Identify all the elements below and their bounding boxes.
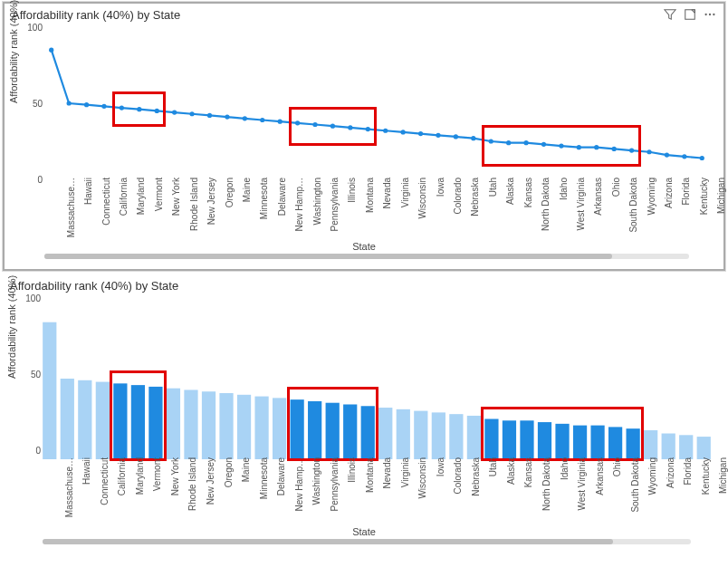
bar[interactable] <box>520 420 533 459</box>
bar[interactable] <box>573 426 587 459</box>
data-point[interactable] <box>418 131 423 136</box>
x-tick: New York <box>171 178 181 216</box>
data-point[interactable] <box>577 145 581 149</box>
x-tick: North Dakota <box>541 178 551 231</box>
data-point[interactable] <box>330 124 335 129</box>
data-point[interactable] <box>225 115 229 120</box>
data-point[interactable] <box>700 156 704 160</box>
x-tick: Pennsylvania <box>330 178 340 231</box>
bar[interactable] <box>184 389 197 459</box>
chart-panel-line: Affordability rank (40%) by State Afford… <box>3 2 725 271</box>
x-tick: Idaho <box>560 457 570 480</box>
x-tick: South Dakota <box>628 178 638 233</box>
data-point[interactable] <box>454 134 458 139</box>
bar[interactable] <box>219 393 233 459</box>
bar[interactable] <box>308 401 321 459</box>
data-point[interactable] <box>243 116 247 120</box>
x-tick: Ohio <box>611 178 621 197</box>
data-point[interactable] <box>207 113 212 118</box>
data-point[interactable] <box>612 147 617 151</box>
data-point[interactable] <box>665 153 669 158</box>
data-point[interactable] <box>559 143 563 148</box>
bar[interactable] <box>449 414 463 459</box>
data-point[interactable] <box>67 101 72 105</box>
data-point[interactable] <box>172 110 177 114</box>
data-point[interactable] <box>401 130 406 134</box>
data-point[interactable] <box>295 120 300 125</box>
bar[interactable] <box>627 428 640 459</box>
filter-icon[interactable] <box>664 8 676 21</box>
x-tick: Arizona <box>664 178 674 208</box>
data-point[interactable] <box>489 139 493 143</box>
x-tick: Kansas <box>523 178 533 207</box>
bar[interactable] <box>397 409 410 459</box>
x-tick: California <box>117 457 127 495</box>
data-point[interactable] <box>120 105 124 110</box>
bar[interactable] <box>538 422 551 459</box>
bar[interactable] <box>113 383 127 459</box>
bar[interactable] <box>608 427 622 459</box>
x-tick: Minnesota <box>259 178 269 219</box>
data-point[interactable] <box>682 154 686 159</box>
bar[interactable] <box>237 395 251 459</box>
horizontal-scrollbar[interactable] <box>43 537 691 546</box>
x-tick: Nevada <box>382 178 392 208</box>
bar[interactable] <box>148 387 162 459</box>
data-point[interactable] <box>189 111 194 116</box>
data-point[interactable] <box>523 140 528 145</box>
data-point[interactable] <box>84 102 89 107</box>
data-point[interactable] <box>541 142 546 147</box>
data-point[interactable] <box>629 148 634 152</box>
chart-header: Affordability rank (40%) by State <box>3 274 725 294</box>
data-point[interactable] <box>366 127 370 131</box>
x-axis-label: State <box>5 241 723 252</box>
horizontal-scrollbar[interactable] <box>44 252 689 261</box>
bar[interactable] <box>432 412 445 459</box>
bar[interactable] <box>484 419 498 460</box>
bar[interactable] <box>590 426 604 459</box>
bar[interactable] <box>555 424 569 459</box>
x-tick: Nebraska <box>470 178 480 216</box>
bar[interactable] <box>361 406 375 459</box>
data-point[interactable] <box>436 133 440 138</box>
bar[interactable] <box>326 403 340 459</box>
data-point[interactable] <box>383 129 388 133</box>
more-icon[interactable] <box>704 8 716 21</box>
bar[interactable] <box>167 389 180 459</box>
data-point[interactable] <box>137 107 141 111</box>
x-tick: Wyoming <box>647 457 657 495</box>
data-point[interactable] <box>49 48 53 53</box>
bar[interactable] <box>202 391 216 459</box>
bar[interactable] <box>291 399 304 459</box>
bar[interactable] <box>61 379 74 459</box>
bar[interactable] <box>467 416 481 459</box>
bar[interactable] <box>503 420 516 459</box>
focus-icon[interactable] <box>684 8 696 21</box>
bar[interactable] <box>131 385 145 459</box>
data-point[interactable] <box>278 120 283 124</box>
bar[interactable] <box>273 398 286 459</box>
data-point[interactable] <box>348 125 352 130</box>
data-point[interactable] <box>101 104 106 109</box>
x-tick: Delaware <box>277 178 287 216</box>
bar[interactable] <box>343 404 357 459</box>
bar[interactable] <box>43 322 56 459</box>
data-point[interactable] <box>471 136 475 140</box>
data-point[interactable] <box>506 140 511 145</box>
scrollbar-thumb[interactable] <box>44 254 612 259</box>
bar[interactable] <box>378 408 392 459</box>
bar[interactable] <box>78 380 91 459</box>
x-tick: Massachuse… <box>64 457 74 517</box>
data-point[interactable] <box>155 109 159 113</box>
bar[interactable] <box>96 382 110 459</box>
bar[interactable] <box>254 397 268 459</box>
data-point[interactable] <box>260 118 264 122</box>
data-point[interactable] <box>647 149 651 154</box>
scrollbar-thumb[interactable] <box>43 539 613 544</box>
x-tick: Utah <box>488 178 498 197</box>
data-point[interactable] <box>594 145 599 149</box>
data-point[interactable] <box>312 122 317 127</box>
x-tick: Illinois <box>347 178 357 203</box>
bar[interactable] <box>414 411 427 459</box>
svg-point-3 <box>713 14 714 15</box>
